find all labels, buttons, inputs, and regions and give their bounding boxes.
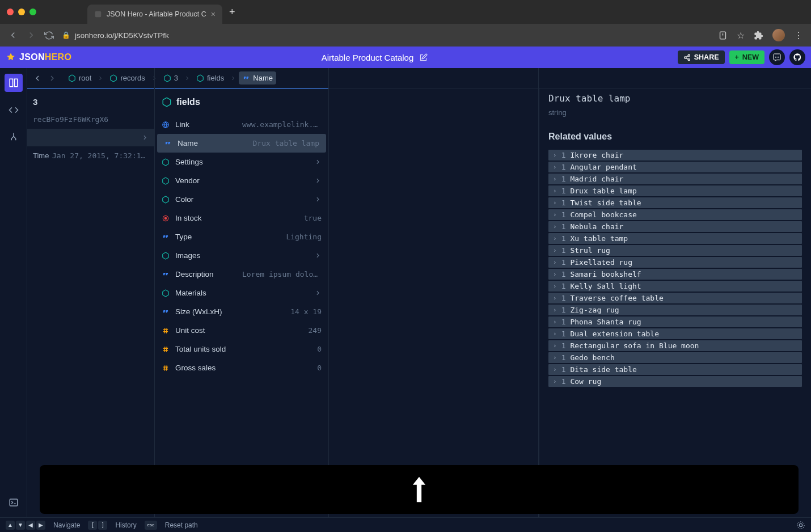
edit-title-icon[interactable] bbox=[419, 53, 428, 62]
field-value: 249 bbox=[309, 326, 322, 335]
history-label: History bbox=[115, 521, 136, 529]
related-item[interactable]: ›1Angular pendant bbox=[548, 162, 802, 172]
app-header: JSONHERO Airtable Product Catalog SHARE … bbox=[0, 47, 811, 68]
chevron-right-icon: › bbox=[553, 175, 557, 183]
hash-icon bbox=[162, 345, 170, 353]
key-esc-icon: esc bbox=[145, 521, 157, 530]
rail-tree-view[interactable] bbox=[5, 128, 23, 146]
related-item[interactable]: ›1Gedo bench bbox=[548, 352, 802, 363]
related-item[interactable]: ›1Madrid chair bbox=[548, 174, 802, 184]
field-row[interactable]: DescriptionLorem ipsum dolor sit am… bbox=[155, 265, 328, 284]
related-item[interactable]: ›1Nebula chair bbox=[548, 221, 802, 232]
field-label: Type bbox=[175, 233, 192, 241]
fields-title: fields bbox=[176, 97, 200, 107]
close-tab-icon[interactable]: × bbox=[211, 10, 216, 19]
related-item[interactable]: ›1Dita side table bbox=[548, 364, 802, 375]
related-item[interactable]: ›1Twist side table bbox=[548, 197, 802, 208]
discord-button[interactable] bbox=[769, 49, 785, 65]
github-button[interactable] bbox=[789, 49, 805, 65]
field-row[interactable]: Vendor bbox=[155, 171, 328, 190]
field-value: true bbox=[304, 214, 322, 222]
related-name: Madrid chair bbox=[570, 175, 623, 183]
quote-icon bbox=[162, 271, 170, 278]
logo[interactable]: JSONHERO bbox=[6, 52, 71, 62]
rail-columns-view[interactable] bbox=[5, 74, 23, 92]
browser-menu-icon[interactable]: ⋮ bbox=[794, 30, 803, 41]
chevron-right-icon bbox=[314, 158, 322, 166]
close-window-button[interactable] bbox=[7, 9, 14, 15]
related-item[interactable]: ›1Dual extension table bbox=[548, 328, 802, 339]
field-row[interactable]: Materials bbox=[155, 284, 328, 302]
chevron-right-icon: › bbox=[553, 151, 557, 159]
field-row[interactable]: NameDrux table lamp bbox=[157, 134, 326, 153]
related-name: Rectangular sofa in Blue moon bbox=[570, 341, 699, 350]
related-name: Ikrore chair bbox=[570, 151, 623, 159]
bookmark-icon[interactable]: ☆ bbox=[737, 30, 745, 41]
related-name: Dita side table bbox=[570, 365, 636, 374]
related-values-title: Related values bbox=[548, 132, 802, 142]
new-tab-button[interactable]: + bbox=[229, 6, 235, 18]
column-1-item[interactable]: TimeJan 27, 2015, 7:32:12 P… bbox=[27, 146, 154, 165]
rail-code-view[interactable] bbox=[5, 101, 23, 119]
box-icon bbox=[162, 252, 170, 260]
related-index: 1 bbox=[561, 258, 566, 267]
key-bracket-left-icon: [ bbox=[88, 521, 97, 530]
rail-terminal[interactable] bbox=[5, 493, 23, 512]
back-button[interactable] bbox=[8, 30, 18, 40]
related-item[interactable]: ›1Phona Shanta rug bbox=[548, 316, 802, 327]
chevron-right-icon: › bbox=[553, 187, 557, 195]
reload-button[interactable] bbox=[44, 31, 54, 40]
related-index: 1 bbox=[561, 151, 566, 159]
chevron-right-icon: › bbox=[553, 199, 557, 206]
related-item[interactable]: ›1Pixellated rug bbox=[548, 257, 802, 268]
share-button[interactable]: SHARE bbox=[678, 50, 725, 64]
related-name: Twist side table bbox=[570, 199, 641, 207]
column-1-item[interactable] bbox=[27, 129, 154, 146]
extensions-icon[interactable] bbox=[754, 31, 763, 40]
field-label: Size (WxLxH) bbox=[175, 307, 222, 316]
related-item[interactable]: ›1Compel bookcase bbox=[548, 209, 802, 220]
column-1-header: 3 bbox=[27, 88, 154, 110]
field-row[interactable]: TypeLighting bbox=[155, 227, 328, 246]
minimize-window-button[interactable] bbox=[18, 9, 25, 15]
browser-tab[interactable]: JSON Hero - Airtable Product C × bbox=[87, 5, 222, 24]
related-item[interactable]: ›1Traverse coffee table bbox=[548, 293, 802, 303]
related-item[interactable]: ›1Zig-zag rug bbox=[548, 305, 802, 315]
related-item[interactable]: ›1Samari bookshelf bbox=[548, 269, 802, 280]
related-item[interactable]: ›1Rectangular sofa in Blue moon bbox=[548, 340, 802, 351]
field-row[interactable]: Linkwww.examplelink.com bbox=[155, 115, 328, 134]
field-row[interactable]: Size (WxLxH)14 x 19 bbox=[155, 302, 328, 321]
address-bar[interactable]: 🔒 jsonhero.io/j/KD5KVstvTPfk bbox=[62, 31, 710, 40]
field-row[interactable]: Settings bbox=[155, 153, 328, 171]
related-item[interactable]: ›1Kelly Sall light bbox=[548, 281, 802, 292]
related-item[interactable]: ›1Cow rug bbox=[548, 376, 802, 387]
related-item[interactable]: ›1Drux table lamp bbox=[548, 185, 802, 196]
svg-rect-5 bbox=[10, 79, 12, 87]
related-item[interactable]: ›1Xu table tamp bbox=[548, 233, 802, 244]
field-row[interactable]: In stocktrue bbox=[155, 209, 328, 227]
doc-title-text: Airtable Product Catalog bbox=[322, 53, 414, 62]
profile-avatar[interactable] bbox=[772, 29, 785, 41]
related-item[interactable]: ›1Strul rug bbox=[548, 245, 802, 256]
share-url-icon[interactable] bbox=[718, 31, 728, 40]
discord-icon bbox=[772, 53, 782, 62]
chevron-right-icon: › bbox=[553, 282, 557, 290]
field-row[interactable]: Images bbox=[155, 246, 328, 265]
new-button[interactable]: + NEW bbox=[729, 50, 764, 64]
related-name: Samari bookshelf bbox=[570, 270, 641, 278]
field-row[interactable]: Color bbox=[155, 190, 328, 209]
maximize-window-button[interactable] bbox=[29, 9, 36, 15]
related-item[interactable]: ›1Ikrore chair bbox=[548, 150, 802, 161]
chevron-right-icon: › bbox=[553, 211, 557, 218]
forward-button[interactable] bbox=[26, 30, 36, 40]
chevron-right-icon: › bbox=[553, 235, 557, 242]
related-index: 1 bbox=[561, 377, 566, 386]
field-row[interactable]: Unit cost249 bbox=[155, 321, 328, 340]
footer-right-icon[interactable] bbox=[796, 521, 805, 530]
related-name: Strul rug bbox=[570, 246, 610, 255]
browser-tabs: JSON Hero - Airtable Product C × + bbox=[0, 0, 811, 24]
field-row[interactable]: Gross sales0 bbox=[155, 358, 328, 377]
field-row[interactable]: Total units sold0 bbox=[155, 340, 328, 358]
column-1-item[interactable]: recBFo9FzF6WKrgX6 bbox=[27, 110, 154, 129]
quote-icon bbox=[162, 308, 170, 316]
